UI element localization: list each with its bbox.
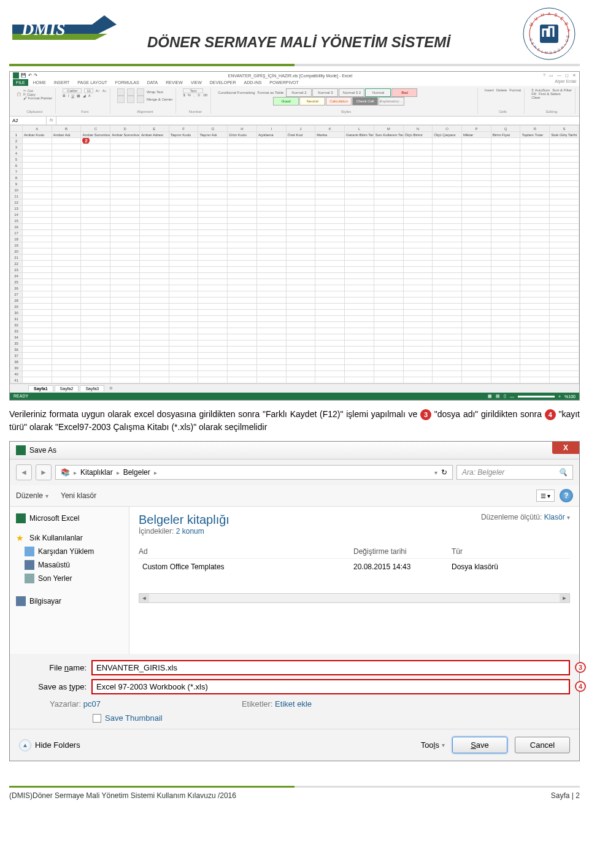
insert-button[interactable]: Insert <box>485 88 494 92</box>
bold-button[interactable]: B <box>63 94 65 98</box>
breadcrumb[interactable]: 📚 ▸ Kitaplıklar ▸ Belgeler ▸ ▾ ↻ <box>55 465 453 480</box>
tab-view[interactable]: VIEW <box>188 79 205 86</box>
merge-center-button[interactable]: Merge & Center <box>147 98 172 101</box>
italic-button[interactable]: I <box>68 94 69 98</box>
savetype-input[interactable]: Excel 97-2003 Workbook (*.xls) 4 ▾ <box>91 679 570 694</box>
align-mid-icon[interactable] <box>127 88 134 96</box>
underline-button[interactable]: U <box>71 94 74 98</box>
sheet-tab-1[interactable]: Sayfa1 <box>28 385 53 391</box>
wrap-text-button[interactable]: Wrap Text <box>147 90 163 94</box>
nav-excel[interactable]: Microsoft Excel <box>12 512 126 525</box>
cancel-button[interactable]: Cancel <box>515 737 570 753</box>
style-explanatory[interactable]: Explanatory ... <box>379 97 404 106</box>
style-neutral[interactable]: Neutral <box>299 97 325 106</box>
tags-value[interactable]: Etiket ekle <box>275 699 312 709</box>
name-box[interactable]: A2 <box>10 117 47 125</box>
col-type[interactable]: Tür <box>452 547 570 556</box>
formula-input[interactable] <box>56 117 579 125</box>
nav-downloads[interactable]: Karşıdan Yüklem <box>12 545 126 558</box>
view-mode-button[interactable]: ☰ ▾ <box>536 490 555 502</box>
horizontal-scrollbar[interactable]: ◄ ► <box>139 593 570 603</box>
format-button[interactable]: Format <box>509 88 521 92</box>
align-bot-icon[interactable] <box>137 88 144 96</box>
comma-icon[interactable]: , <box>193 93 194 97</box>
zoom-out-icon[interactable]: — <box>510 394 514 399</box>
align-center-icon[interactable] <box>127 96 134 103</box>
font-size[interactable]: 11 <box>84 88 93 93</box>
style-bad[interactable]: Bad <box>391 88 417 97</box>
view-break-icon[interactable]: ▯ <box>504 394 506 399</box>
tab-data[interactable]: DATA <box>144 79 161 86</box>
search-input[interactable]: Ara: Belgeler 🔍 <box>456 465 573 480</box>
tab-addins[interactable]: ADD-INS <box>241 79 265 86</box>
percent-icon[interactable]: % <box>188 93 191 97</box>
tab-pagelayout[interactable]: PAGE LAYOUT <box>74 79 110 86</box>
scroll-left-icon[interactable]: ◄ <box>139 594 149 602</box>
align-left-icon[interactable] <box>117 96 125 103</box>
breadcrumb-1[interactable]: Kitaplıklar <box>80 468 113 477</box>
refresh-icon[interactable]: ↻ <box>441 468 447 477</box>
number-format[interactable]: Text <box>183 88 203 93</box>
authors-value[interactable]: pc07 <box>83 699 101 709</box>
style-normal32[interactable]: Normal 3 2 <box>339 88 364 97</box>
cut-button[interactable]: ✂ Cut <box>23 88 52 93</box>
fill-color-button[interactable]: ◢ <box>83 93 86 98</box>
minimize-icon[interactable]: — <box>557 73 561 78</box>
dec-decimal-icon[interactable]: .00 <box>202 93 207 97</box>
fx-icon[interactable]: fx <box>47 117 56 125</box>
tab-developer[interactable]: DEVELOPER <box>207 79 239 86</box>
style-calculation[interactable]: Calculation <box>326 97 352 106</box>
currency-icon[interactable]: $ <box>183 93 185 97</box>
location-count-link[interactable]: 2 konum <box>176 527 204 536</box>
decrease-font-icon[interactable]: A↓ <box>102 89 107 93</box>
zoom-slider[interactable] <box>518 396 555 398</box>
tab-file[interactable]: FILE <box>13 79 28 86</box>
format-as-table-button[interactable]: Format as Table <box>258 91 284 94</box>
conditional-formatting-button[interactable]: Conditional Formatting <box>218 91 255 94</box>
tab-powerpivot[interactable]: POWERPIVOT <box>266 79 301 86</box>
new-folder-button[interactable]: Yeni klasör <box>61 491 96 500</box>
nav-favorites[interactable]: ★Sık Kullanılanlar <box>12 531 126 545</box>
col-name[interactable]: Ad <box>139 547 353 556</box>
organize-button[interactable]: Düzenle ▾ <box>16 491 48 500</box>
save-icon[interactable]: 💾 <box>21 73 26 78</box>
increase-font-icon[interactable]: A↑ <box>96 89 100 93</box>
breadcrumb-dropdown-icon[interactable]: ▾ <box>434 469 437 476</box>
nav-recent[interactable]: Son Yerler <box>12 572 126 585</box>
align-top-icon[interactable] <box>117 88 125 96</box>
save-thumbnail-row[interactable]: Save Thumbnail <box>93 713 570 723</box>
help-icon[interactable]: ? <box>543 73 545 78</box>
sheet-tab-2[interactable]: Sayfa2 <box>55 385 79 391</box>
style-checkcell[interactable]: Check Cell <box>352 97 378 106</box>
close-icon[interactable]: ✕ <box>572 73 576 78</box>
paste-icon[interactable]: 📋 <box>17 92 21 96</box>
font-name[interactable]: Calibri <box>63 88 82 93</box>
dialog-close-button[interactable]: X <box>552 442 579 454</box>
thumbnail-checkbox[interactable] <box>93 714 101 723</box>
tab-home[interactable]: HOME <box>30 79 49 86</box>
save-button[interactable]: Save <box>452 737 507 753</box>
file-row[interactable]: Custom Office Templates 20.08.2015 14:43… <box>139 559 570 575</box>
clear-button[interactable]: Clear <box>531 96 540 99</box>
undo-icon[interactable]: ↶ <box>28 73 32 78</box>
nav-fwd-button[interactable]: ► <box>36 464 52 480</box>
hide-folders-button[interactable]: ▲ Hide Folders <box>19 739 80 751</box>
style-normal2[interactable]: Normal 2 <box>286 88 312 97</box>
breadcrumb-2[interactable]: Belgeler <box>123 468 150 477</box>
align-right-icon[interactable] <box>137 96 144 103</box>
style-normal[interactable]: Normal <box>365 88 391 97</box>
tools-button[interactable]: Tools ▾ <box>421 740 445 750</box>
nav-desktop[interactable]: Masaüstü <box>12 558 126 572</box>
maximize-icon[interactable]: ◻ <box>565 73 569 78</box>
help-button[interactable]: ? <box>560 489 573 502</box>
view-layout-icon[interactable]: ▤ <box>496 394 500 399</box>
format-painter-button[interactable]: 🖌 Format Painter <box>23 96 52 100</box>
style-good[interactable]: Good <box>273 97 299 106</box>
tab-insert[interactable]: INSERT <box>51 79 73 86</box>
font-color-button[interactable]: A <box>88 94 91 98</box>
zoom-in-icon[interactable]: + <box>558 394 561 399</box>
worksheet-grid[interactable]: ABCDEFGHIJKLMNOPQRS1Ambar KoduAmbar AdıA… <box>10 125 579 383</box>
style-normal3[interactable]: Normal 3 <box>312 88 338 97</box>
nav-back-button[interactable]: ◄ <box>16 464 32 480</box>
account-user[interactable]: Alper Erdal <box>555 79 576 86</box>
